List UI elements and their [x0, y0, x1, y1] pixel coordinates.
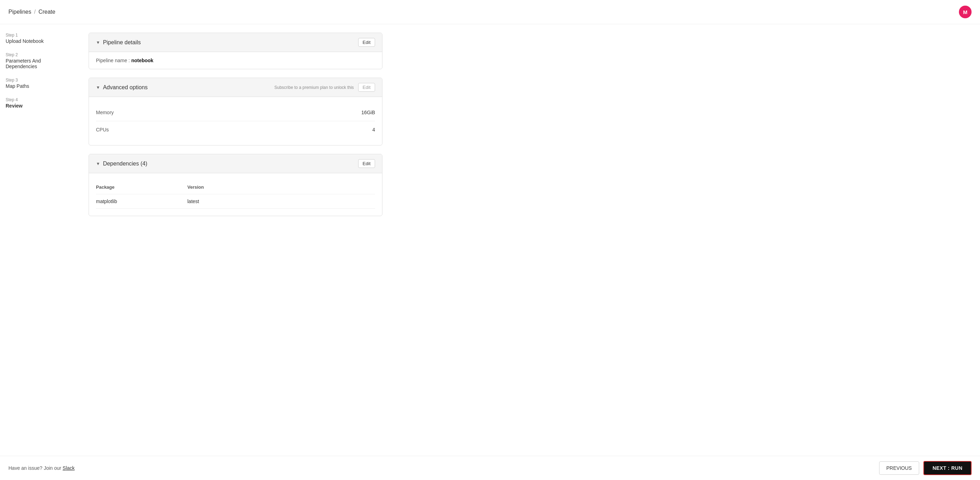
advanced-options-body: Memory 16GiB CPUs 4 — [89, 97, 382, 145]
pipelines-link[interactable]: Pipelines — [8, 9, 31, 15]
cpus-label: CPUs — [96, 127, 372, 132]
package-cell: matplotlib — [96, 199, 187, 204]
advanced-options-card: ▼ Advanced options Subscribe to a premiu… — [89, 78, 382, 145]
slack-link[interactable]: Slack — [62, 465, 75, 471]
step4-number: Step 4 — [6, 97, 72, 102]
dependencies-body: Package Version matplotlib latest — [89, 173, 382, 216]
previous-button[interactable]: PREVIOUS — [879, 461, 919, 475]
memory-label: Memory — [96, 110, 361, 115]
pipeline-details-title-group: ▼ Pipeline details — [96, 39, 141, 46]
next-run-button[interactable]: NEXT : RUN — [923, 461, 972, 475]
sidebar: Step 1 Upload Notebook Step 2 Parameters… — [0, 24, 77, 459]
step2-name: Parameters And Dependencies — [6, 58, 72, 69]
pipeline-name-label: Pipeline name : — [96, 58, 130, 63]
cpus-value: 4 — [372, 127, 375, 132]
advanced-options-title-group: ▼ Advanced options — [96, 84, 148, 91]
step3-number: Step 3 — [6, 78, 72, 83]
step2-number: Step 2 — [6, 52, 72, 57]
advanced-options-title: Advanced options — [103, 84, 148, 91]
sidebar-item-step3[interactable]: Step 3 Map Paths — [6, 78, 72, 89]
footer-bar: Have an issue? Join our Slack PREVIOUS N… — [0, 456, 980, 480]
avatar[interactable]: M — [959, 6, 972, 18]
dependencies-title-group: ▼ Dependencies (4) — [96, 161, 147, 167]
breadcrumb-current: Create — [38, 9, 55, 15]
footer-issue-text: Have an issue? Join our Slack — [8, 465, 75, 471]
breadcrumb: Pipelines / Create — [8, 9, 55, 15]
step3-name: Map Paths — [6, 83, 72, 89]
dependencies-table-header: Package Version — [96, 180, 375, 194]
pipeline-details-title: Pipeline details — [103, 39, 141, 46]
pipeline-name-value: notebook — [131, 58, 153, 63]
step1-number: Step 1 — [6, 33, 72, 38]
advanced-options-header: ▼ Advanced options Subscribe to a premiu… — [89, 78, 382, 97]
issue-text: Have an issue? Join our — [8, 465, 61, 471]
memory-value: 16GiB — [361, 110, 375, 115]
pipeline-details-card: ▼ Pipeline details Edit Pipeline name : … — [89, 33, 382, 69]
content-area: ▼ Pipeline details Edit Pipeline name : … — [77, 24, 394, 459]
footer-actions: PREVIOUS NEXT : RUN — [879, 461, 972, 475]
chevron-down-icon: ▼ — [96, 40, 100, 45]
chevron-down-icon-2: ▼ — [96, 85, 100, 90]
sidebar-item-step1[interactable]: Step 1 Upload Notebook — [6, 33, 72, 44]
step4-name: Review — [6, 103, 72, 108]
sidebar-item-step2[interactable]: Step 2 Parameters And Dependencies — [6, 52, 72, 69]
pipeline-name-row: Pipeline name : notebook — [89, 52, 382, 69]
dependencies-title: Dependencies (4) — [103, 161, 147, 167]
version-cell: latest — [187, 199, 375, 204]
package-column-header: Package — [96, 184, 187, 190]
dependencies-edit-button[interactable]: Edit — [358, 159, 375, 168]
advanced-options-edit-button[interactable]: Edit — [358, 83, 375, 92]
main-layout: Step 1 Upload Notebook Step 2 Parameters… — [0, 24, 980, 459]
premium-note: Subscribe to a premium plan to unlock th… — [274, 85, 354, 90]
version-column-header: Version — [187, 184, 375, 190]
breadcrumb-separator: / — [34, 9, 35, 15]
top-bar: Pipelines / Create M — [0, 0, 980, 24]
memory-row: Memory 16GiB — [96, 104, 375, 121]
dependencies-header: ▼ Dependencies (4) Edit — [89, 154, 382, 173]
step1-name: Upload Notebook — [6, 38, 72, 44]
pipeline-details-header: ▼ Pipeline details Edit — [89, 33, 382, 52]
chevron-down-icon-3: ▼ — [96, 161, 100, 166]
advanced-options-header-right: Subscribe to a premium plan to unlock th… — [274, 83, 375, 92]
dependencies-card: ▼ Dependencies (4) Edit Package Version … — [89, 154, 382, 216]
cpus-row: CPUs 4 — [96, 121, 375, 138]
table-row: matplotlib latest — [96, 194, 375, 209]
pipeline-details-edit-button[interactable]: Edit — [358, 38, 375, 47]
sidebar-item-step4[interactable]: Step 4 Review — [6, 97, 72, 108]
